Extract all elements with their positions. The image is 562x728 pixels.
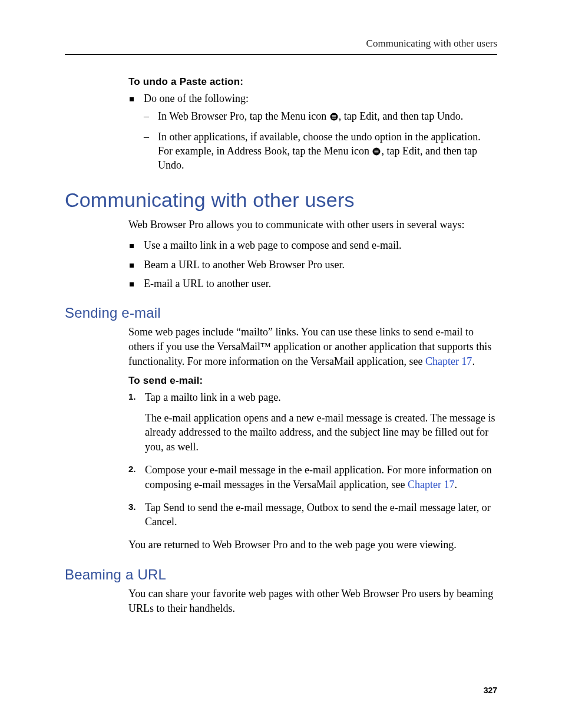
undo-sublist: In Web Browser Pro, tap the Menu icon , …	[144, 109, 497, 172]
link-chapter-17-b[interactable]: Chapter 17	[408, 479, 454, 490]
way-mailto: Use a mailto link in a web page to compo…	[128, 238, 497, 252]
heading-communicating: Communicating with other users	[65, 189, 497, 212]
svg-rect-5	[375, 150, 379, 150]
undo-bullet-text: Do one of the following:	[144, 93, 249, 104]
heading-sending-email: Sending e-mail	[65, 305, 497, 321]
way-email: E-mail a URL to another user.	[128, 276, 497, 291]
beaming-text: You can share your favorite web pages wi…	[128, 587, 497, 616]
step-1: Tap a mailto link in a web page. The e-m…	[128, 390, 497, 454]
undo-bullet: Do one of the following: In Web Browser …	[128, 91, 497, 172]
sending-intro-b: .	[472, 355, 475, 367]
step-1-detail: The e-mail application opens and a new e…	[145, 411, 497, 454]
step-1-text: Tap a mailto link in a web page.	[145, 391, 281, 403]
send-lead: To send e-mail:	[128, 375, 497, 387]
undo-dash-2: In other applications, if available, cho…	[144, 130, 497, 173]
svg-rect-2	[332, 117, 336, 117]
page: Communicating with other users To undo a…	[0, 0, 562, 728]
intro-block: Web Browser Pro allows you to communicat…	[128, 218, 497, 291]
menu-icon	[330, 113, 338, 121]
undo-lead: To undo a Paste action:	[128, 76, 497, 88]
sending-block: Some web pages include “mailto” links. Y…	[128, 325, 497, 552]
undo-dash-1: In Web Browser Pro, tap the Menu icon , …	[144, 109, 497, 123]
undo-section: To undo a Paste action: Do one of the fo…	[128, 76, 497, 172]
running-head: Communicating with other users	[65, 38, 497, 55]
undo-dash-1b: , tap Edit, and then tap Undo.	[339, 110, 463, 122]
step-3: Tap Send to send the e-mail message, Out…	[128, 500, 497, 530]
undo-list: Do one of the following: In Web Browser …	[128, 91, 497, 172]
svg-rect-3	[332, 118, 336, 118]
svg-rect-6	[375, 151, 379, 151]
sending-intro: Some web pages include “mailto” links. Y…	[128, 325, 497, 368]
svg-rect-1	[332, 115, 336, 116]
ways-list: Use a mailto link in a web page to compo…	[128, 238, 497, 291]
heading-beaming-url: Beaming a URL	[65, 566, 497, 583]
step-2b: .	[455, 479, 458, 490]
menu-icon	[372, 147, 381, 156]
intro-text: Web Browser Pro allows you to communicat…	[128, 218, 497, 232]
undo-dash-1a: In Web Browser Pro, tap the Menu icon	[158, 110, 329, 122]
page-number: 327	[484, 686, 497, 695]
sending-outro: You are returned to Web Browser Pro and …	[128, 538, 497, 552]
beaming-block: You can share your favorite web pages wi…	[128, 587, 497, 616]
send-steps: Tap a mailto link in a web page. The e-m…	[128, 390, 497, 530]
step-2: Compose your e-mail message in the e-mai…	[128, 463, 497, 492]
svg-rect-7	[375, 153, 379, 153]
link-chapter-17[interactable]: Chapter 17	[425, 355, 472, 367]
way-beam: Beam a URL to another Web Browser Pro us…	[128, 258, 497, 272]
